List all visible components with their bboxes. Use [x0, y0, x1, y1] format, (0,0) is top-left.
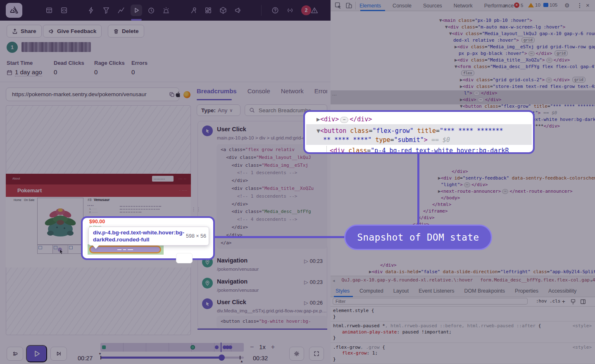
nav-help[interactable] [269, 5, 281, 16]
code-line[interactable]: ▼<form class="Media_desc__bfFYg flex fle… [455, 64, 595, 70]
pokemart-nav-onsale[interactable]: On Sale [24, 199, 34, 201]
code-line[interactable]: </div> [418, 215, 435, 221]
speed-value[interactable]: 1x [259, 344, 265, 350]
tab-console[interactable]: Console [248, 87, 270, 95]
seek-bar[interactable] [100, 357, 244, 359]
code-line[interactable]: ded-xl relative :hover">grid [453, 37, 535, 43]
more-tabs-icon[interactable]: » [504, 2, 507, 8]
console-warning-badge[interactable]: 10 [528, 2, 540, 7]
devtools-settings-icon[interactable]: ⚙ [564, 2, 570, 9]
breadcrumb-title[interactable]: User Click [217, 126, 246, 132]
code-line[interactable]: ▶<div class="Media_title__XoQZu">⋯</div> [455, 57, 570, 63]
css-rule-origin[interactable]: <style> [573, 323, 592, 329]
fullscreen-button[interactable] [309, 347, 324, 361]
nav-feedback[interactable] [188, 5, 199, 16]
share-button[interactable]: Share [7, 25, 42, 38]
nav-crons[interactable] [145, 5, 157, 16]
nav-replays-active[interactable] [131, 5, 142, 16]
css-rule[interactable]: html.rrweb-paused *, html.rrweb-paused :… [331, 321, 595, 343]
styles-filter-input[interactable] [333, 298, 528, 305]
element-state-icon[interactable] [570, 299, 576, 305]
copy-icon[interactable] [169, 92, 175, 97]
code-line[interactable]: ** **** ****" type="submit"> == $0 [323, 135, 450, 144]
tab-errors[interactable]: Errors [314, 87, 327, 95]
code-line[interactable]: ▼<div class="Media_layout__lkQuJ gap-x-1… [449, 31, 595, 37]
console-message-badge[interactable]: 105 [543, 2, 557, 7]
tab-breadcrumbs[interactable]: Breadcrumbs [197, 87, 237, 95]
code-line[interactable]: ▼<button class="flex-grow" title="*** **… [460, 103, 595, 109]
nav-broadcast[interactable] [284, 5, 296, 16]
breadcrumb-title[interactable]: Navigation [217, 278, 248, 285]
css-rule[interactable]: .flex-grow, .grow {flex-grow: 1;}<style> [331, 343, 595, 364]
code-line[interactable]: </html> [432, 201, 451, 208]
code-line[interactable]: ▶<div>⋯</div> [317, 115, 372, 124]
code-line[interactable]: </div> [452, 168, 468, 175]
code-line[interactable]: ▶<div class="Media_img__eSTxj grid grid-… [455, 44, 595, 50]
code-line[interactable]: </iframe> [423, 208, 448, 214]
code-line[interactable]: ▼<button class="flex-grow" title="*** **… [317, 126, 503, 135]
code-line[interactable]: ▶<next-route-announcer>⋯</next-route-ann… [438, 188, 573, 194]
hover-state-toggle[interactable]: :hov [536, 298, 547, 304]
styles-tab-computed[interactable]: Computed [359, 288, 383, 294]
new-style-rule-button[interactable]: + [562, 298, 565, 305]
give-feedback-button[interactable]: Give Feedback [43, 25, 102, 38]
css-property[interactable]: flex-grow: 1; [333, 350, 593, 357]
styles-tab-layout[interactable]: Layout [393, 288, 409, 294]
pokemart-about-link[interactable]: About [12, 177, 20, 180]
devtools-tab-elements[interactable]: Elements [359, 3, 381, 9]
nav-performance[interactable] [86, 5, 97, 16]
nav-stats[interactable] [115, 5, 127, 16]
nav-onboarding[interactable] [309, 5, 320, 16]
breadcrumb-title[interactable]: Navigation [217, 257, 248, 264]
sentry-logo[interactable] [6, 3, 22, 18]
rewind-10-button[interactable]: 10 [7, 347, 23, 361]
crumb-scroll-left-icon[interactable]: ◀ [333, 279, 335, 283]
css-rule[interactable]: element.style {} [331, 306, 595, 321]
devtools-tab-network[interactable]: Network [454, 3, 473, 9]
inspected-button-highlight[interactable] [89, 246, 161, 253]
skip-to-end-button[interactable] [50, 347, 67, 361]
breadcrumb-timestamp[interactable]: ▷00:26 [304, 300, 323, 306]
dom-breadcrumb[interactable]: form.Media_desc__bfFYg.flex.flex-col.gap… [480, 277, 595, 284]
dom-breadcrumb[interactable]: QuJ.gap-x-10.gap-y-6.rounded-xl.relative… [341, 277, 473, 284]
delete-button[interactable]: Delete [108, 25, 144, 38]
pokemart-search-box[interactable]: •••••••• [152, 176, 174, 182]
class-toggle[interactable]: .cls [550, 298, 561, 304]
code-line[interactable]: <div class="p-4 bg-red text-white hover:… [330, 146, 509, 154]
devtools-tab-perform­ance[interactable]: Perform­ance [484, 3, 514, 9]
styles-tab-accessibility[interactable]: Accessibility [548, 288, 576, 294]
crumb-scroll-right-icon[interactable]: ▶ [591, 279, 593, 283]
nav-issues[interactable] [43, 5, 55, 16]
code-line[interactable]: ▶<div class="grid grid-cols-2">⋯</div>gr… [460, 77, 585, 83]
code-line[interactable]: ▶<div>⋯</div> [460, 97, 502, 103]
pokemart-nav-home[interactable]: Home [14, 199, 21, 201]
speed-increase-button[interactable]: + [271, 343, 275, 351]
timeline-events-track[interactable] [100, 343, 244, 352]
breadcrumb-title[interactable]: User Click [217, 299, 246, 305]
nav-whats-new[interactable] [232, 5, 244, 16]
nav-dashboards[interactable] [202, 5, 214, 16]
devtools-close-icon[interactable]: × [586, 2, 590, 9]
code-line[interactable]: ▼<div class="m-auto max-w-screen-lg :hov… [445, 24, 565, 30]
tab-network[interactable]: Network [281, 87, 304, 95]
breadcrumb-timestamp[interactable]: ▷00:23 [304, 258, 323, 264]
code-line[interactable]: flex [459, 70, 474, 76]
styles-tab-dom-breakpoints[interactable]: DOM Breakpoints [464, 288, 505, 294]
styles-tab-styles[interactable]: Styles [336, 288, 350, 294]
play-button[interactable] [26, 345, 47, 362]
devtools-tab-sources[interactable]: Sources [423, 3, 442, 9]
nav-projects[interactable] [58, 5, 70, 16]
product-thumbnail-1[interactable] [37, 245, 53, 254]
code-line[interactable]: ▶<div id="sentry-feedback" data-sentry-f… [438, 175, 595, 181]
code-line[interactable]: </body> [441, 195, 460, 201]
styles-tab-properties[interactable]: Properties [515, 288, 538, 294]
css-property[interactable]: animation-play-state: paused !important; [333, 329, 593, 336]
code-line[interactable]: px p-px bg-black :hover">⋯</div>grid [459, 50, 568, 57]
code-line[interactable]: ▶<div data-is-held="false" data-slide-di… [369, 269, 595, 274]
speed-decrease-button[interactable]: − [250, 343, 254, 351]
styles-tab-event-listeners[interactable]: Event Listeners [419, 288, 454, 294]
breadcrumb-timestamp[interactable]: ▷00:23 [304, 279, 323, 285]
code-line[interactable]: l">⋯</div> [464, 90, 497, 96]
player-settings-button[interactable] [289, 347, 304, 361]
code-line[interactable]: "light">⋯</div> [441, 182, 488, 188]
